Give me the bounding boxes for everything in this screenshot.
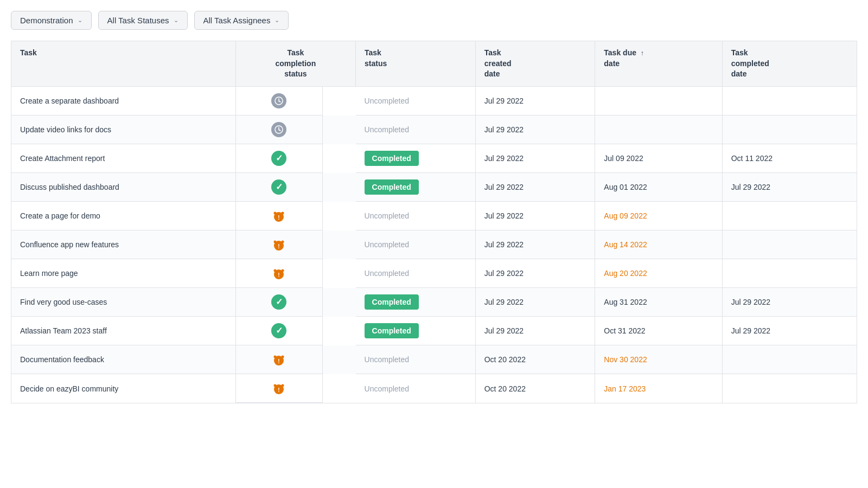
completed-date-cell: [722, 202, 857, 230]
uncompleted-label: Uncompleted: [365, 384, 410, 393]
status-chevron-icon: ⌄: [174, 17, 178, 24]
task-name-cell: Documentation feedback: [11, 345, 236, 374]
created-date-cell: Jul 29 2022: [475, 288, 595, 317]
svg-text:!: !: [278, 358, 280, 364]
completed-date-cell: Jul 29 2022: [722, 317, 857, 345]
completed-date-cell: [722, 230, 857, 259]
table-row[interactable]: Create a page for demo ! UncompletedJul …: [11, 202, 857, 230]
task-status-cell: Uncompleted: [356, 115, 476, 144]
status-filter-label: All Task Statuses: [107, 16, 169, 25]
created-date-cell: Jul 29 2022: [475, 115, 595, 144]
task-name-cell: Update video links for docs: [11, 115, 236, 144]
completed-date-cell: Jul 29 2022: [722, 288, 857, 317]
table-row[interactable]: Decide on eazyBI community ! Uncompleted…: [11, 374, 857, 403]
uncompleted-label: Uncompleted: [365, 355, 410, 364]
toolbar: Demonstration ⌄ All Task Statuses ⌄ All …: [11, 11, 857, 30]
clock-icon: [271, 122, 286, 137]
task-status-cell: Uncompleted: [356, 202, 476, 230]
completed-badge: Completed: [365, 323, 419, 338]
col-header-completed[interactable]: Taskcompleteddate: [722, 41, 857, 87]
uncompleted-label: Uncompleted: [365, 269, 410, 278]
created-date-cell: Jul 29 2022: [475, 259, 595, 288]
task-name-cell: Atlassian Team 2023 staff: [11, 317, 236, 345]
due-date-cell: Aug 20 2022: [595, 259, 722, 288]
svg-text:!: !: [278, 215, 280, 221]
task-name-cell: Learn more page: [11, 259, 236, 288]
due-date-cell: Oct 31 2022: [595, 317, 722, 345]
created-date-cell: Jul 29 2022: [475, 173, 595, 202]
project-dropdown[interactable]: Demonstration ⌄: [11, 11, 92, 30]
due-date-value: Nov 30 2022: [604, 355, 647, 364]
completion-status-cell: ✓: [236, 144, 323, 173]
completed-badge: Completed: [365, 294, 419, 310]
completion-status-cell: !: [236, 345, 323, 374]
task-status-cell: Completed: [356, 144, 476, 173]
completion-status-cell: ✓: [236, 173, 323, 202]
task-name-cell: Discuss published dashboard: [11, 173, 236, 202]
due-date-cell: Aug 01 2022: [595, 173, 722, 202]
svg-text:!: !: [278, 243, 280, 249]
check-icon: ✓: [271, 179, 286, 195]
check-icon: ✓: [271, 294, 286, 310]
alarm-icon: !: [271, 352, 286, 367]
due-date-cell: [595, 86, 722, 115]
table-row[interactable]: Discuss published dashboard✓CompletedJul…: [11, 173, 857, 202]
completed-badge: Completed: [365, 179, 419, 195]
completion-status-cell: !: [236, 230, 323, 259]
created-date-cell: Oct 20 2022: [475, 374, 595, 403]
task-name-cell: Create Attachment report: [11, 144, 236, 173]
col-header-created[interactable]: Taskcreateddate: [475, 41, 595, 87]
table-row[interactable]: Create a separate dashboard UncompletedJ…: [11, 86, 857, 115]
completion-status-cell: ✓: [236, 288, 323, 317]
completed-date-cell: [722, 374, 857, 403]
check-icon: ✓: [271, 323, 286, 338]
due-date-cell: Jan 17 2023: [595, 374, 722, 403]
completed-date-cell: [722, 115, 857, 144]
task-status-cell: Uncompleted: [356, 259, 476, 288]
completed-date-cell: Oct 11 2022: [722, 144, 857, 173]
alarm-icon: !: [271, 237, 286, 252]
alarm-icon: !: [271, 266, 286, 281]
completion-status-cell: [236, 115, 323, 144]
sort-arrow-icon: ↑: [641, 49, 644, 57]
table-row[interactable]: Create Attachment report✓CompletedJul 29…: [11, 144, 857, 173]
uncompleted-label: Uncompleted: [365, 211, 410, 220]
task-name-cell: Confluence app new features: [11, 230, 236, 259]
due-date-value: Aug 09 2022: [604, 211, 647, 220]
completed-date-cell: [722, 86, 857, 115]
task-status-cell: Completed: [356, 173, 476, 202]
col-header-task[interactable]: Task: [11, 41, 236, 87]
alarm-icon: !: [271, 381, 286, 396]
assignee-filter-dropdown[interactable]: All Task Assignees ⌄: [194, 11, 289, 30]
completed-date-cell: [722, 259, 857, 288]
due-date-value: Oct 31 2022: [604, 326, 645, 335]
table-row[interactable]: Update video links for docs UncompletedJ…: [11, 115, 857, 144]
col-header-status[interactable]: Taskstatus: [356, 41, 476, 87]
assignee-chevron-icon: ⌄: [275, 17, 279, 24]
table-row[interactable]: Documentation feedback ! UncompletedOct …: [11, 345, 857, 374]
col-header-due[interactable]: Task due ↑date: [595, 41, 722, 87]
created-date-cell: Oct 20 2022: [475, 345, 595, 374]
task-name-cell: Create a page for demo: [11, 202, 236, 230]
due-date-cell: [595, 115, 722, 144]
alarm-icon: !: [271, 208, 286, 223]
table-row[interactable]: Learn more page ! UncompletedJul 29 2022…: [11, 259, 857, 288]
due-date-value: Jul 09 2022: [604, 154, 643, 163]
svg-line-5: [279, 130, 280, 131]
created-date-cell: Jul 29 2022: [475, 144, 595, 173]
col-header-completion[interactable]: Taskcompletionstatus: [235, 41, 355, 87]
task-name-cell: Create a separate dashboard: [11, 86, 236, 115]
uncompleted-label: Uncompleted: [365, 240, 410, 249]
due-date-cell: Aug 09 2022: [595, 202, 722, 230]
status-filter-dropdown[interactable]: All Task Statuses ⌄: [98, 11, 188, 30]
completion-status-cell: [236, 87, 323, 115]
table-row[interactable]: Find very good use-cases✓CompletedJul 29…: [11, 288, 857, 317]
table-row[interactable]: Atlassian Team 2023 staff✓CompletedJul 2…: [11, 317, 857, 345]
table-row[interactable]: Confluence app new features ! Uncomplete…: [11, 230, 857, 259]
due-date-value: Aug 14 2022: [604, 240, 647, 249]
uncompleted-label: Uncompleted: [365, 125, 410, 134]
due-date-cell: Jul 09 2022: [595, 144, 722, 173]
assignee-filter-label: All Task Assignees: [203, 16, 271, 25]
project-chevron-icon: ⌄: [78, 17, 82, 24]
task-status-cell: Completed: [356, 288, 476, 317]
